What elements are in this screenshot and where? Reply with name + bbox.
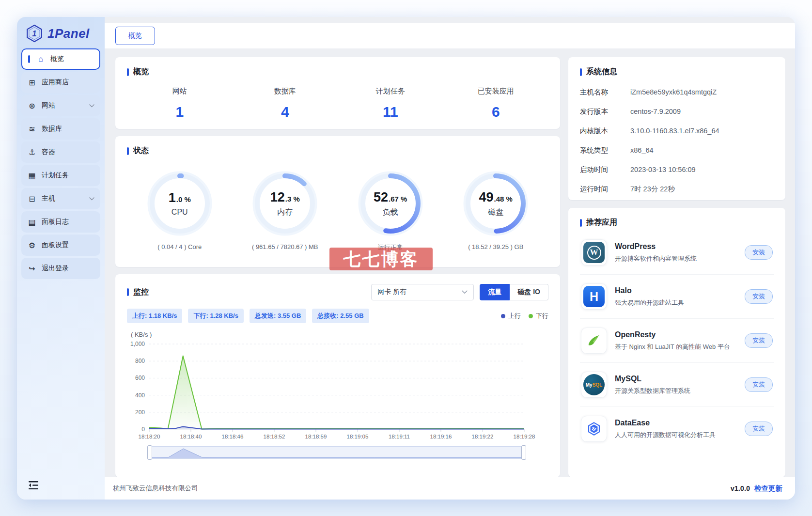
install-button[interactable]: 安装 xyxy=(745,245,773,260)
app-name: MySQL xyxy=(615,375,740,383)
app-row-halo: HHalo强大易用的开源建站工具安装 xyxy=(580,275,774,319)
svg-text:18:18:52: 18:18:52 xyxy=(264,434,285,439)
check-update-link[interactable]: 检查更新 xyxy=(754,484,782,493)
app-info: OpenResty基于 Nginx 和 LuaJIT 的高性能 Web 平台 xyxy=(615,330,740,351)
install-button[interactable]: 安装 xyxy=(745,289,773,304)
datazoom-handle-left[interactable] xyxy=(147,445,152,460)
gauge-value: 1.0 %CPU xyxy=(146,170,214,237)
gauge-label: CPU xyxy=(172,208,188,217)
sidebar-item-container[interactable]: ⚓容器 xyxy=(21,141,100,163)
app-row-mysql: MySQLMySQL开源关系型数据库管理系统安装 xyxy=(580,363,774,407)
install-button[interactable]: 安装 xyxy=(745,333,773,348)
traffic-line-chart: 02004006008001,00018:18:2018:18:4018:18:… xyxy=(127,339,550,443)
home-icon: ⌂ xyxy=(36,55,46,63)
stat-value[interactable]: 4 xyxy=(233,104,338,120)
app-info: MySQL开源关系型数据库管理系统 xyxy=(615,375,740,395)
gauge-caption: ( 961.65 / 7820.67 ) MB xyxy=(252,243,318,250)
stat-value[interactable]: 11 xyxy=(338,104,443,120)
system-info-label: 主机名称 xyxy=(580,88,630,97)
logo-hexagon-icon: 1 xyxy=(26,24,43,43)
system-info-label: 系统类型 xyxy=(580,146,630,155)
network-card-select-value: 网卡 所有 xyxy=(377,288,406,297)
app-description: 强大易用的开源建站工具 xyxy=(615,298,740,307)
gauge-label: 负载 xyxy=(383,207,398,218)
app-icon-box: MySQL xyxy=(581,372,607,398)
y-axis-unit-label: ( KB/s ) xyxy=(131,331,548,338)
install-button[interactable]: 安装 xyxy=(745,422,773,436)
chevron-down-icon xyxy=(89,197,94,201)
sidebar-item-app-store[interactable]: ⊞应用商店 xyxy=(21,72,100,93)
install-button[interactable]: 安装 xyxy=(745,377,773,392)
gauge-percent-rest: .48 % xyxy=(494,195,513,203)
overview-stat: 已安装应用6 xyxy=(443,87,549,120)
network-card-select[interactable]: 网卡 所有 xyxy=(371,284,474,300)
legend-label: 上行 xyxy=(508,312,521,320)
app-description: 开源博客软件和内容管理系统 xyxy=(615,254,740,263)
sidebar-item-cronjob[interactable]: ▦计划任务 xyxy=(21,165,100,186)
stat-label: 已安装应用 xyxy=(443,87,549,96)
system-info-rows: 主机名称iZm5e8e59yxk61q4smtgqiZ发行版本centos-7.… xyxy=(580,88,774,194)
mode-button-traffic[interactable]: 流量 xyxy=(480,284,510,300)
system-info-value: 3.10.0-1160.83.1.el7.x86_64 xyxy=(630,126,719,136)
app-store-icon: ⊞ xyxy=(27,78,37,87)
svg-text:200: 200 xyxy=(135,409,145,416)
datazoom-handle-right[interactable] xyxy=(521,445,526,460)
gauge-ring: 49.48 %磁盘 xyxy=(462,170,530,237)
wordpress-icon: W xyxy=(583,242,605,263)
svg-text:18:18:59: 18:18:59 xyxy=(305,434,327,439)
sidebar-item-panel-logs[interactable]: ▤面板日志 xyxy=(21,211,100,233)
datazoom-slider[interactable] xyxy=(149,446,524,459)
gauge-label: 磁盘 xyxy=(488,207,503,218)
system-info-value: x86_64 xyxy=(630,146,654,155)
system-info-value: 7时 23分 22秒 xyxy=(630,185,675,194)
sidebar-item-database[interactable]: ≋数据库 xyxy=(21,118,100,140)
svg-text:800: 800 xyxy=(135,358,145,364)
app-row-openresty: OpenResty基于 Nginx 和 LuaJIT 的高性能 Web 平台安装 xyxy=(580,319,774,363)
app-icon-box: H xyxy=(581,283,607,310)
gauge-percent: 49.48 % xyxy=(479,190,513,205)
tab-overview[interactable]: 概览 xyxy=(115,27,155,45)
gauge-percent: 52.67 % xyxy=(374,190,407,205)
sidebar-item-host[interactable]: ⊟主机 xyxy=(21,188,100,209)
active-indicator xyxy=(28,55,30,63)
stat-value[interactable]: 6 xyxy=(443,104,549,120)
watermark: 七七博客 xyxy=(329,248,433,270)
monitor-card-title: 监控 xyxy=(127,287,149,297)
system-info-row: 发行版本centos-7.9.2009 xyxy=(580,107,774,116)
status-gauge-mem: 12.3 %内存( 961.65 / 7820.67 ) MB xyxy=(251,170,319,252)
host-icon: ⊟ xyxy=(27,194,37,203)
svg-text:18:18:46: 18:18:46 xyxy=(222,434,244,439)
app-name: WordPress xyxy=(615,242,740,251)
stat-value[interactable]: 1 xyxy=(127,104,233,120)
stat-label: 计划任务 xyxy=(338,87,443,96)
traffic-tag: 上行: 1.18 KB/s xyxy=(127,309,182,323)
sidebar-item-label: 应用商店 xyxy=(42,78,69,87)
sidebar-item-overview[interactable]: ⌂概览 xyxy=(21,48,100,70)
status-gauges: 1.0 %CPU( 0.04 / 4 ) Core 12.3 %内存( 961.… xyxy=(127,170,548,252)
app-description: 开源关系型数据库管理系统 xyxy=(615,387,740,395)
container-icon: ⚓ xyxy=(27,148,37,157)
system-info-title-text: 系统信息 xyxy=(586,67,617,77)
status-gauge-load: 52.67 %负载运行正常 xyxy=(357,170,424,252)
chevron-down-icon xyxy=(462,290,468,294)
legend-item-上行[interactable]: 上行 xyxy=(501,312,521,320)
sidebar-item-logout[interactable]: ↪退出登录 xyxy=(21,258,100,279)
app-info: DataEase人人可用的开源数据可视化分析工具 xyxy=(615,419,740,439)
sidebar-item-panel-settings[interactable]: ⚙面板设置 xyxy=(21,235,100,256)
svg-text:18:19:28: 18:19:28 xyxy=(514,434,535,439)
status-gauge-cpu: 1.0 %CPU( 0.04 / 4 ) Core xyxy=(146,170,214,252)
gauge-percent: 1.0 % xyxy=(169,190,191,205)
gauge-value: 49.48 %磁盘 xyxy=(462,170,530,237)
sidebar: 1 1Panel ⌂概览⊞应用商店⊕网站≋数据库⚓容器▦计划任务⊟主机▤面板日志… xyxy=(17,17,105,500)
mode-button-disk-io[interactable]: 磁盘 IO xyxy=(510,284,548,300)
svg-text:400: 400 xyxy=(135,392,145,399)
sidebar-item-label: 面板日志 xyxy=(42,218,69,226)
legend-item-下行[interactable]: 下行 xyxy=(529,312,548,320)
collapse-sidebar-icon[interactable] xyxy=(29,481,39,490)
right-column: 系统信息 主机名称iZm5e8e59yxk61q4smtgqiZ发行版本cent… xyxy=(568,57,785,477)
sidebar-item-website[interactable]: ⊕网站 xyxy=(21,95,100,116)
monitor-controls: 网卡 所有 流量磁盘 IO xyxy=(371,284,548,300)
system-info-row: 主机名称iZm5e8e59yxk61q4smtgqiZ xyxy=(580,88,774,97)
recommended-apps-card-title: 推荐应用 xyxy=(580,218,774,228)
app-title: 1Panel xyxy=(47,26,90,41)
